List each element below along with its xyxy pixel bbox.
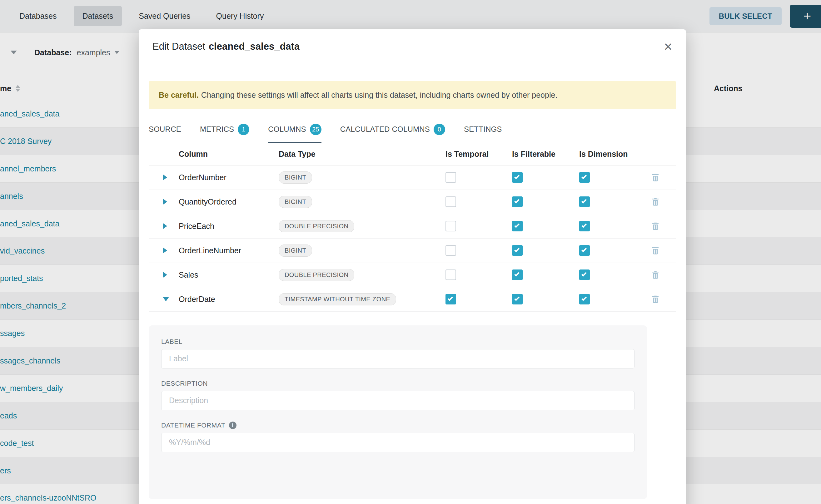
column-editor-panel: LABEL DESCRIPTION DATETIME FORMAT i [149,325,647,499]
data-type-pill: BIGINT [279,171,312,184]
modal-body: Be careful.Changing these settings will … [139,81,686,499]
tab-label: SETTINGS [464,125,502,134]
tab-label: SOURCE [149,125,181,134]
expand-caret-icon[interactable] [163,272,167,278]
is-filterable-checkbox[interactable] [512,245,523,256]
tab-label: METRICS [200,125,234,134]
column-row-OrderNumber: OrderNumber BIGINT [149,166,676,190]
is-temporal-checkbox[interactable] [446,269,456,280]
is-dimension-checkbox[interactable] [579,221,590,231]
delete-column-button[interactable] [651,270,676,279]
expand-caret-icon[interactable] [163,223,167,229]
delete-column-button[interactable] [651,173,676,182]
trash-icon [651,294,660,304]
collapse-caret-icon[interactable] [163,297,169,301]
is-dimension-checkbox[interactable] [579,196,590,207]
expand-caret-icon[interactable] [163,174,167,180]
metrics-count-badge: 1 [238,124,249,135]
is-temporal-checkbox[interactable] [446,294,456,304]
is-temporal-checkbox[interactable] [446,245,456,256]
modal-tabs: SOURCE METRICS 1 COLUMNS 25 CALCULATED C… [149,121,676,143]
description-input[interactable] [161,391,635,410]
tab-metrics[interactable]: METRICS 1 [200,121,249,143]
column-name: QuantityOrdered [179,197,279,206]
label-text: DATETIME FORMAT [161,422,225,429]
is-filterable-checkbox[interactable] [512,269,523,280]
is-filterable-checkbox[interactable] [512,221,523,231]
column-row-PriceEach: PriceEach DOUBLE PRECISION [149,214,676,239]
label-input[interactable] [161,349,635,368]
header-column: Column [179,150,279,159]
column-row-OrderLineNumber: OrderLineNumber BIGINT [149,239,676,263]
column-name: OrderNumber [179,173,279,182]
header-is-filterable: Is Filterable [512,150,579,159]
is-temporal-checkbox[interactable] [446,172,456,183]
delete-column-button[interactable] [651,221,676,231]
info-icon[interactable]: i [229,422,236,429]
trash-icon [651,197,660,206]
column-name: Sales [179,270,279,279]
modal-header: Edit Dataset cleaned_sales_data × [139,29,686,64]
column-name: OrderDate [179,295,279,304]
header-is-dimension: Is Dimension [579,150,651,159]
tab-columns[interactable]: COLUMNS 25 [268,121,321,143]
is-dimension-checkbox[interactable] [579,172,590,183]
is-dimension-checkbox[interactable] [579,245,590,256]
label-text: DESCRIPTION [161,380,208,387]
trash-icon [651,221,660,231]
modal-title-dataset-name: cleaned_sales_data [209,41,299,52]
columns-count-badge: 25 [310,124,321,135]
header-is-temporal: Is Temporal [446,150,512,159]
trash-icon [651,173,660,182]
header-data-type: Data Type [279,150,446,159]
data-type-pill: BIGINT [279,245,312,257]
column-row-Sales: Sales DOUBLE PRECISION [149,263,676,287]
column-row-OrderDate: OrderDate TIMESTAMP WITHOUT TIME ZONE [149,287,676,312]
delete-column-button[interactable] [651,246,676,255]
expand-caret-icon[interactable] [163,199,167,205]
delete-column-button[interactable] [651,197,676,206]
is-filterable-checkbox[interactable] [512,196,523,207]
expand-caret-icon[interactable] [163,247,167,254]
tab-calculated-columns[interactable]: CALCULATED COLUMNS 0 [340,121,445,143]
warning-bold-text: Be careful. [159,91,199,99]
columns-table-header: Column Data Type Is Temporal Is Filterab… [149,143,676,166]
is-temporal-checkbox[interactable] [446,196,456,207]
trash-icon [651,246,660,255]
column-name: OrderLineNumber [179,246,279,255]
data-type-pill: BIGINT [279,196,312,208]
data-type-pill: TIMESTAMP WITHOUT TIME ZONE [279,293,396,305]
calculated-columns-count-badge: 0 [434,124,445,135]
delete-column-button[interactable] [651,294,676,304]
datetime-format-field-label: DATETIME FORMAT i [161,422,635,429]
label-field-label: LABEL [161,338,635,345]
tab-label: CALCULATED COLUMNS [340,125,430,134]
tab-label: COLUMNS [268,125,306,134]
is-temporal-checkbox[interactable] [446,221,456,231]
is-filterable-checkbox[interactable] [512,172,523,183]
warning-banner: Be careful.Changing these settings will … [149,81,676,109]
warning-text: Changing these settings will affect all … [201,91,558,99]
is-dimension-checkbox[interactable] [579,294,590,304]
data-type-pill: DOUBLE PRECISION [279,220,354,232]
label-text: LABEL [161,338,182,345]
is-dimension-checkbox[interactable] [579,269,590,280]
trash-icon [651,270,660,279]
close-icon[interactable]: × [664,39,672,54]
column-row-QuantityOrdered: QuantityOrdered BIGINT [149,190,676,214]
edit-dataset-modal: Edit Dataset cleaned_sales_data × Be car… [139,29,686,504]
datetime-format-input[interactable] [161,433,635,452]
description-field-label: DESCRIPTION [161,380,635,387]
modal-title: Edit Dataset [152,41,205,52]
is-filterable-checkbox[interactable] [512,294,523,304]
tab-settings[interactable]: SETTINGS [464,121,502,143]
tab-source[interactable]: SOURCE [149,121,181,143]
column-name: PriceEach [179,222,279,231]
data-type-pill: DOUBLE PRECISION [279,269,354,281]
